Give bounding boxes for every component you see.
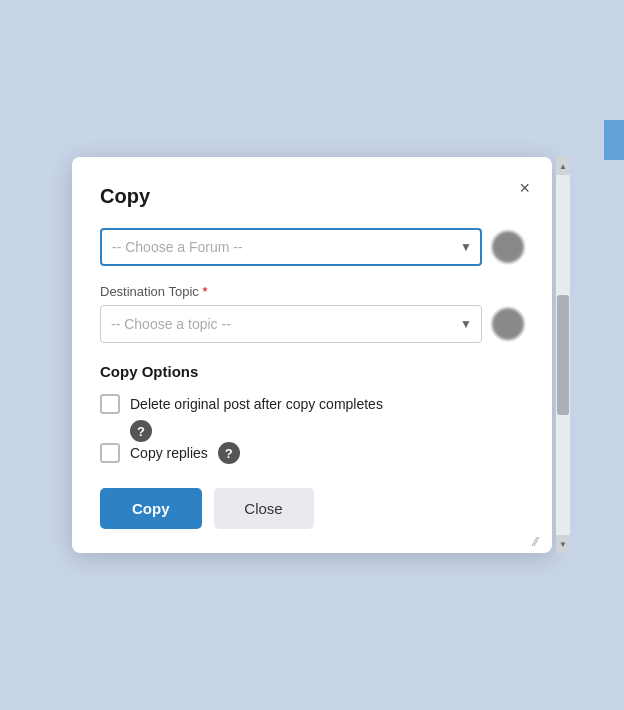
delete-original-option: Delete original post after copy complete… (100, 394, 524, 442)
copy-replies-help-icon[interactable]: ? (218, 442, 240, 464)
modal-title: Copy (100, 185, 524, 208)
copy-options-title: Copy Options (100, 363, 524, 380)
forum-select-wrapper: -- Choose a Forum -- ▼ (100, 228, 482, 266)
copy-action-button[interactable]: Copy (100, 488, 202, 529)
close-action-button[interactable]: Close (214, 488, 314, 529)
forum-field-row: -- Choose a Forum -- ▼ (100, 228, 524, 266)
scrollbar-up-arrow[interactable]: ▲ (556, 157, 570, 175)
scrollbar-track: ▲ ▼ (556, 157, 570, 553)
resize-handle-icon[interactable]: ∕∕ (534, 535, 548, 549)
destination-section: Destination Topic -- Choose a topic -- ▼ (100, 284, 524, 343)
delete-original-row: Delete original post after copy complete… (100, 394, 524, 414)
topic-select[interactable]: -- Choose a topic -- (100, 305, 482, 343)
modal-container: Copy × -- Choose a Forum -- ▼ Destinatio… (72, 157, 552, 553)
footer-buttons: Copy Close (100, 488, 524, 529)
forum-select[interactable]: -- Choose a Forum -- (100, 228, 482, 266)
delete-original-help-icon[interactable]: ? (130, 420, 152, 442)
copy-replies-label: Copy replies (130, 445, 208, 461)
copy-options-section: Copy Options Delete original post after … (100, 363, 524, 464)
background-accent (604, 120, 624, 160)
delete-original-label: Delete original post after copy complete… (130, 396, 383, 412)
topic-field-row: -- Choose a topic -- ▼ (100, 305, 524, 343)
delete-original-help-row: ? (100, 420, 524, 442)
delete-original-checkbox[interactable] (100, 394, 120, 414)
topic-select-wrapper: -- Choose a topic -- ▼ (100, 305, 482, 343)
topic-field-icon (492, 308, 524, 340)
modal-overlay: Copy × -- Choose a Forum -- ▼ Destinatio… (72, 157, 552, 553)
scrollbar-thumb[interactable] (557, 295, 569, 415)
destination-topic-label: Destination Topic (100, 284, 524, 299)
forum-field-icon (492, 231, 524, 263)
close-button[interactable]: × (515, 175, 534, 201)
copy-replies-option: Copy replies ? (100, 442, 524, 464)
copy-replies-checkbox[interactable] (100, 443, 120, 463)
scrollbar-down-arrow[interactable]: ▼ (556, 535, 570, 553)
